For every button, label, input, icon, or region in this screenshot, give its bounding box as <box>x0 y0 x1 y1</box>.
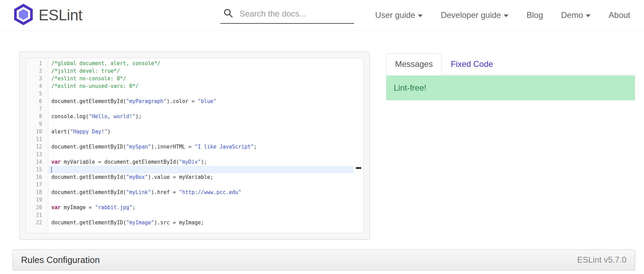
editor-scrollbar[interactable] <box>354 58 363 233</box>
nav-link-developer-guide[interactable]: Developer guide <box>441 10 509 20</box>
results-tabs: Messages Fixed Code <box>386 53 635 75</box>
chevron-down-icon <box>504 14 509 17</box>
code-line: 17 <box>26 181 354 189</box>
main-content: 1/*global document, alert, console*/2/*j… <box>0 31 644 240</box>
code-line: 8console.log("Hello, world!"); <box>26 113 354 120</box>
line-number: 17 <box>26 181 49 189</box>
search-box <box>220 7 354 24</box>
code-line: 13 <box>26 151 354 158</box>
nav-link-user-guide[interactable]: User guide <box>375 10 423 20</box>
tab-fixed-code[interactable]: Fixed Code <box>442 53 502 75</box>
code-editor-panel: 1/*global document, alert, console*/2/*j… <box>19 52 370 240</box>
line-number: 20 <box>26 204 49 211</box>
code-line: 6document.getElementById("myParagraph").… <box>26 98 354 105</box>
code-line: 9 <box>26 120 354 128</box>
line-number: 13 <box>26 151 49 158</box>
nav-link-label: Demo <box>561 10 583 20</box>
code-line: 18document.getElementById("myLink").href… <box>26 189 354 196</box>
code-line: 11 <box>26 135 354 143</box>
search-input[interactable] <box>240 9 351 19</box>
rules-configuration-bar[interactable]: Rules Configuration ESLint v5.7.0 <box>12 250 635 270</box>
code-line: 2/*jslint devel: true*/ <box>26 67 354 75</box>
line-number: 4 <box>26 82 49 90</box>
brand[interactable]: ESLint <box>14 4 82 27</box>
line-number: 9 <box>26 120 49 128</box>
nav-link-about[interactable]: About <box>608 10 630 20</box>
brand-name: ESLint <box>39 7 82 24</box>
code-line: 20var myImage = "rabbit.jpg"; <box>26 204 354 211</box>
code-line: 4/*eslint no-unused-vars: 0*/ <box>26 82 354 90</box>
results-panel: Messages Fixed Code Lint-free! <box>386 53 635 100</box>
line-number: 21 <box>26 211 49 219</box>
line-number: 7 <box>26 105 49 113</box>
code-editor[interactable]: 1/*global document, alert, console*/2/*j… <box>26 58 364 233</box>
line-number: 22 <box>26 219 49 226</box>
code-lines: 1/*global document, alert, console*/2/*j… <box>26 58 354 226</box>
code-line: 19 <box>26 196 354 204</box>
nav-link-blog[interactable]: Blog <box>526 10 543 20</box>
line-number: 10 <box>26 128 49 135</box>
main-nav: User guide Developer guide Blog Demo Abo… <box>375 10 630 20</box>
line-number: 1 <box>26 60 49 67</box>
line-number: 18 <box>26 189 49 196</box>
code-line: 7 <box>26 105 354 113</box>
line-number: 15 <box>26 166 49 173</box>
code-line: 16document.getElementById("myBox").value… <box>26 173 354 181</box>
line-number: 3 <box>26 75 49 82</box>
text-cursor <box>51 167 52 173</box>
chevron-down-icon <box>586 14 591 17</box>
line-number: 2 <box>26 67 49 75</box>
tab-messages[interactable]: Messages <box>386 53 442 75</box>
scrollbar-cursor-marker <box>356 167 361 169</box>
code-line: 14var myVariable = document.getElementBy… <box>26 158 354 166</box>
code-line: 3/*eslint no-console: 0*/ <box>26 75 354 82</box>
rules-configuration-title: Rules Configuration <box>21 255 100 265</box>
code-line: 10alert("Happy Day!") <box>26 128 354 135</box>
line-number: 16 <box>26 173 49 181</box>
eslint-version: ESLint v5.7.0 <box>577 255 626 265</box>
lint-result-alert: Lint-free! <box>386 75 635 100</box>
line-number: 12 <box>26 143 49 151</box>
code-line: 5 <box>26 90 354 98</box>
code-line: 1/*global document, alert, console*/ <box>26 60 354 67</box>
line-number: 6 <box>26 98 49 105</box>
nav-link-label: Developer guide <box>441 10 501 20</box>
nav-link-label: User guide <box>375 10 415 20</box>
lint-result-text: Lint-free! <box>394 83 426 93</box>
line-number: 5 <box>26 90 49 98</box>
line-number: 19 <box>26 196 49 204</box>
nav-link-demo[interactable]: Demo <box>561 10 591 20</box>
nav-link-label: Blog <box>526 10 543 20</box>
code-line: 12document.getElementByID("mySpan").inne… <box>26 143 354 151</box>
chevron-down-icon <box>418 14 423 17</box>
code-line: 15 <box>26 166 354 173</box>
line-number: 14 <box>26 158 49 166</box>
nav-link-label: About <box>608 10 630 20</box>
code-line: 21 <box>26 211 354 219</box>
line-number: 8 <box>26 113 49 120</box>
eslint-logo-icon <box>14 4 33 27</box>
line-number: 11 <box>26 135 49 143</box>
navbar: ESLint User guide Developer guide Blog D… <box>0 0 644 31</box>
search-icon <box>223 8 233 20</box>
code-line: 22document.getElementByID("myImage").src… <box>26 219 354 226</box>
